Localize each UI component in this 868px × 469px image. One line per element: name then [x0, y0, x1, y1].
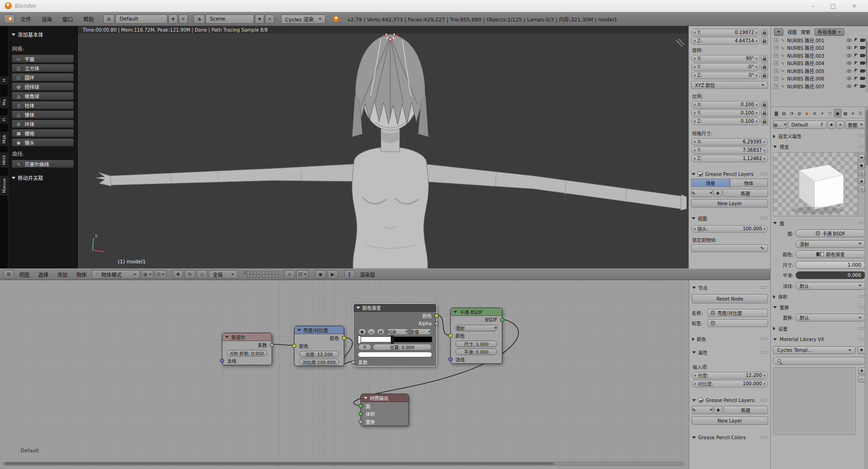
visibility-eye-icon[interactable]	[847, 39, 852, 42]
tab-data[interactable]: ▽	[827, 109, 834, 117]
add-uvsphere-button[interactable]: ◍经纬球	[12, 82, 74, 91]
lock-icon[interactable]	[761, 63, 768, 71]
preview-sphere-button[interactable]: ●	[858, 162, 865, 168]
toon-component-dropdown[interactable]: 漫射	[795, 240, 866, 248]
add-cylinder-button[interactable]: ▯柱体	[12, 101, 74, 109]
add-plane-button[interactable]: ▭平面	[12, 54, 74, 63]
scale-z-field[interactable]: Z:0.100	[691, 118, 760, 125]
rotation-z-field[interactable]: Z:0°	[691, 72, 760, 79]
location-y-field[interactable]: Y:0.19872	[691, 29, 760, 36]
rotation-x-field[interactable]: X:90°	[691, 55, 760, 62]
menu-window[interactable]: 窗口	[58, 15, 78, 23]
panel-settings[interactable]: 设置	[773, 325, 866, 333]
socket-color-input[interactable]	[448, 334, 453, 338]
outliner-scrollbar[interactable]	[866, 37, 868, 93]
layout-browse-icon[interactable]: ⊞	[103, 14, 114, 24]
select-menu[interactable]: 选择	[34, 271, 52, 278]
add-torus-button[interactable]: ◎环体	[12, 120, 74, 128]
node-bright-contrast-header[interactable]: 亮度/对比度	[294, 326, 344, 334]
visibility-eye-icon[interactable]	[847, 61, 852, 65]
matlib-list[interactable]	[773, 367, 856, 435]
panel-view[interactable]: 视图	[692, 215, 768, 222]
lens-field[interactable]: 镜头:100.000	[691, 225, 768, 233]
selectability-arrow-icon[interactable]	[854, 54, 858, 58]
visibility-eye-icon[interactable]	[847, 69, 852, 73]
close-button[interactable]: ×	[852, 2, 857, 9]
preview-cube-button[interactable]: ◻	[858, 170, 865, 176]
expand-icon[interactable]: +	[774, 46, 778, 50]
mode-dropdown[interactable]: ◦物体模式	[92, 270, 140, 279]
ramp-active-color-swatch[interactable]	[358, 352, 432, 357]
gp-checkbox[interactable]	[698, 398, 703, 403]
node-material-output-header[interactable]: 材质输出	[361, 394, 408, 402]
socket-color-output[interactable]	[342, 336, 346, 340]
visibility-eye-icon[interactable]	[847, 54, 852, 57]
visibility-eye-icon[interactable]	[847, 46, 852, 49]
toon-component-dropdown[interactable]: 漫射	[455, 325, 497, 331]
add-circle-button[interactable]: ○圆环	[12, 73, 74, 81]
outliner-item[interactable]: +∿NURBS 路径.006	[772, 75, 867, 83]
outliner-item[interactable]: +∿NURBS 路径.001	[772, 36, 867, 44]
orientation-dropdown[interactable]: 全局	[209, 270, 238, 279]
layout-name-field[interactable]: Default	[115, 14, 167, 24]
tab-material[interactable]: ◉	[834, 109, 841, 117]
material-add-button[interactable]: ✚	[828, 121, 835, 129]
preview-monkey-button[interactable]: ◉	[858, 178, 865, 184]
manipulator-rotate-button[interactable]: ↻	[185, 270, 195, 279]
expand-icon[interactable]: +	[774, 38, 778, 42]
matlib-search-field[interactable]	[773, 357, 866, 365]
socket-normal-input[interactable]	[448, 357, 453, 362]
node-toon-bsdf-header[interactable]: 卡通 BSDF	[451, 308, 502, 316]
node-bright-contrast[interactable]: 亮度/对比度 颜色 颜色 光度: 12.200 对比度:100.000	[294, 326, 344, 366]
panel-grease-pencil-layers[interactable]: Grease Pencil Layers	[692, 172, 768, 177]
socket-displacement-input[interactable]	[359, 420, 363, 424]
ramp-remove-stop-button[interactable]: −	[367, 328, 375, 335]
outliner-display-dropdown[interactable]: 所有场景	[815, 28, 844, 36]
manipulator-translate-button[interactable]: ✚	[173, 270, 183, 279]
material-browse-icon[interactable]: ◍	[773, 121, 787, 129]
socket-color-output[interactable]	[434, 314, 439, 318]
gp-add-button[interactable]: ✚	[714, 406, 722, 414]
outliner-search-menu[interactable]: 搜索	[801, 28, 810, 35]
gp-pencil-dropdown[interactable]: ✎	[692, 406, 713, 414]
data-dropdown[interactable]: 数据	[845, 121, 866, 129]
material-name-field[interactable]: DefaultF	[788, 121, 827, 129]
selectability-arrow-icon[interactable]	[854, 84, 858, 88]
tab-constraints[interactable]: ⊗	[811, 109, 819, 117]
rotation-mode-dropdown[interactable]: XYZ 欧拉	[691, 81, 768, 89]
opengl-render-button[interactable]: ◉	[315, 270, 326, 279]
panel-preview[interactable]: 预览	[773, 143, 866, 151]
object-menu[interactable]: 物体	[73, 271, 90, 278]
selectability-arrow-icon[interactable]	[854, 46, 858, 50]
outliner-item[interactable]: +∿NURBS 路径.005	[772, 67, 867, 75]
ramp-flip-button[interactable]: ⇄	[377, 328, 385, 335]
displacement-dropdown[interactable]: 默认	[795, 314, 866, 322]
gp-new-layer-button[interactable]: New Layer	[691, 199, 768, 208]
selectability-arrow-icon[interactable]	[854, 76, 858, 80]
material-unlink-button[interactable]: ✕	[836, 121, 844, 129]
selectability-arrow-icon[interactable]	[854, 61, 858, 65]
dimension-y-field[interactable]: Y:7.36837	[691, 147, 768, 154]
minimize-button[interactable]: –	[811, 2, 815, 9]
tab-texture[interactable]: ▦	[842, 109, 849, 117]
scene-delete-button[interactable]: ✕	[265, 14, 274, 24]
editor-type-icon[interactable]: ⊞	[3, 270, 14, 279]
panel-volume[interactable]: 体积	[773, 293, 866, 301]
renderability-camera-icon[interactable]	[860, 54, 865, 57]
gp-checkbox[interactable]	[698, 172, 703, 177]
maximize-button[interactable]: □	[830, 2, 836, 9]
contrast-field[interactable]: 对比度:100.000	[299, 359, 339, 365]
snap-magnet-button[interactable]: ∩	[284, 270, 295, 279]
toolshelf-tab-mak[interactable]: Mak	[0, 132, 8, 146]
toolshelf-tab-manue[interactable]: Manue	[0, 176, 8, 195]
panel-surface[interactable]: 面	[773, 219, 866, 227]
node-name-field[interactable]: 亮度/对比度	[708, 309, 768, 317]
renderability-camera-icon[interactable]	[860, 77, 865, 80]
tab-object[interactable]: ◆	[803, 109, 811, 117]
lock-icon[interactable]	[761, 109, 768, 117]
panel-grease-pencil-colors[interactable]: Grease Pencil Colors	[692, 435, 768, 440]
toon-smooth-field[interactable]: 平滑: 0.000	[455, 348, 497, 355]
expand-icon[interactable]: +	[774, 61, 778, 65]
tab-scene[interactable]: ◔	[788, 109, 795, 117]
ramp-position-field[interactable]: 位置: 0.000	[373, 344, 432, 350]
